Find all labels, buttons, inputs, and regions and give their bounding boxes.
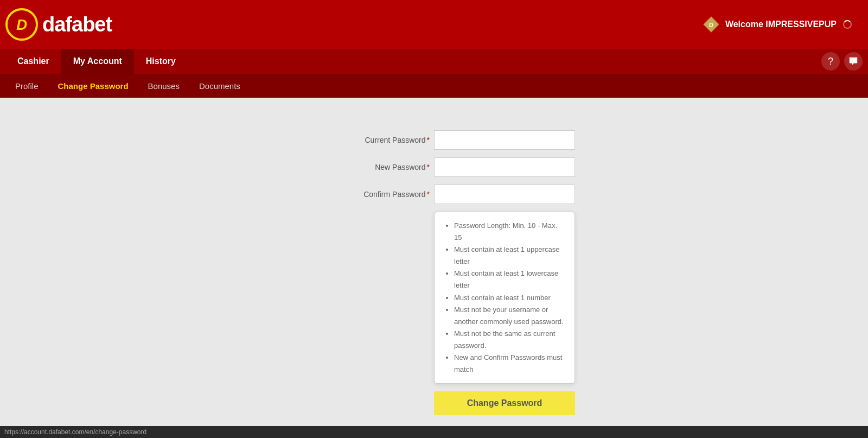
chat-button[interactable]: [844, 52, 863, 71]
sub-nav: Profile Change Password Bonuses Document…: [0, 74, 868, 98]
header-right: D Welcome IMPRESSIVEPUP: [701, 15, 852, 34]
change-password-btn-row: Change Password: [293, 391, 575, 415]
chat-icon: [848, 56, 858, 66]
confirm-password-label: Confirm Password*: [363, 190, 430, 199]
svg-text:D: D: [709, 22, 713, 28]
rules-list: Password Length: Min. 10 - Max. 15Must c…: [444, 220, 565, 376]
brand-name: dafabet: [42, 13, 112, 36]
help-button[interactable]: ?: [821, 52, 840, 71]
current-password-label: Current Password*: [365, 136, 430, 144]
required-marker-confirm: *: [427, 190, 430, 199]
svg-text:D: D: [16, 16, 27, 33]
nav-item-history[interactable]: History: [134, 49, 188, 74]
nav-item-cashier[interactable]: Cashier: [5, 49, 61, 74]
change-password-button[interactable]: Change Password: [434, 391, 575, 415]
password-rule-item: Must contain at least 1 uppercase letter: [454, 244, 565, 268]
required-marker: *: [427, 136, 430, 144]
password-rules-row: Password Length: Min. 10 - Max. 15Must c…: [293, 212, 575, 384]
required-marker-new: *: [427, 163, 430, 172]
main-content: Current Password* New Password* Confirm …: [0, 98, 868, 437]
diamond-icon: D: [701, 15, 721, 34]
nav-bar-left: Cashier My Account History: [5, 49, 188, 74]
sub-nav-change-password[interactable]: Change Password: [48, 74, 138, 98]
nav-bar-right: ?: [821, 52, 863, 71]
password-rule-item: Password Length: Min. 10 - Max. 15: [454, 220, 565, 244]
welcome-badge: D Welcome IMPRESSIVEPUP: [701, 15, 852, 34]
current-password-input[interactable]: [434, 130, 575, 150]
password-rule-item: Must contain at least 1 number: [454, 292, 565, 304]
welcome-text: Welcome IMPRESSIVEPUP: [725, 20, 837, 29]
confirm-password-input[interactable]: [434, 185, 575, 204]
new-password-input[interactable]: [434, 157, 575, 177]
sub-nav-documents[interactable]: Documents: [189, 74, 250, 98]
logo-icon: D: [5, 8, 38, 41]
current-password-row: Current Password*: [293, 130, 575, 150]
nav-item-my-account[interactable]: My Account: [61, 49, 134, 74]
header: D dafabet D Welcome IMPRESSIVEPUP: [0, 0, 868, 49]
new-password-row: New Password*: [293, 157, 575, 177]
sub-nav-profile[interactable]: Profile: [5, 74, 48, 98]
header-left: D dafabet: [5, 8, 112, 41]
change-password-form: Current Password* New Password* Confirm …: [293, 130, 575, 415]
url-display: https://account.dafabet.com/en/change-pa…: [4, 428, 146, 436]
password-rule-item: Must not be your username or another com…: [454, 304, 565, 328]
sub-nav-bonuses[interactable]: Bonuses: [138, 74, 189, 98]
password-rule-item: Must not be the same as current password…: [454, 328, 565, 352]
password-rule-item: Must contain at least 1 lowercase letter: [454, 268, 565, 291]
nav-bar: Cashier My Account History ?: [0, 49, 868, 74]
password-rules: Password Length: Min. 10 - Max. 15Must c…: [434, 212, 575, 384]
password-rule-item: New and Confirm Passwords must match: [454, 352, 565, 376]
confirm-password-row: Confirm Password*: [293, 185, 575, 204]
status-bar: https://account.dafabet.com/en/change-pa…: [0, 426, 868, 438]
new-password-label: New Password*: [375, 163, 430, 172]
loading-spinner: [843, 20, 852, 29]
logo[interactable]: D dafabet: [5, 8, 112, 41]
